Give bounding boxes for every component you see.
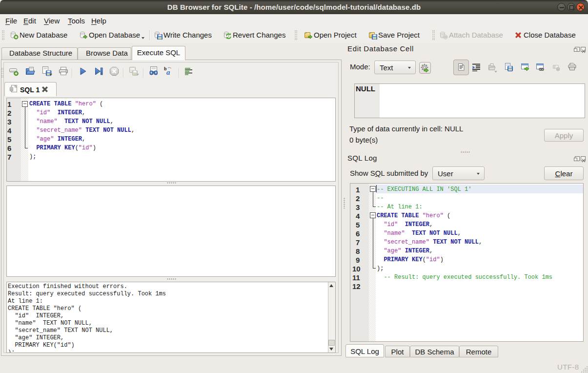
svg-text:a: a	[166, 68, 170, 76]
